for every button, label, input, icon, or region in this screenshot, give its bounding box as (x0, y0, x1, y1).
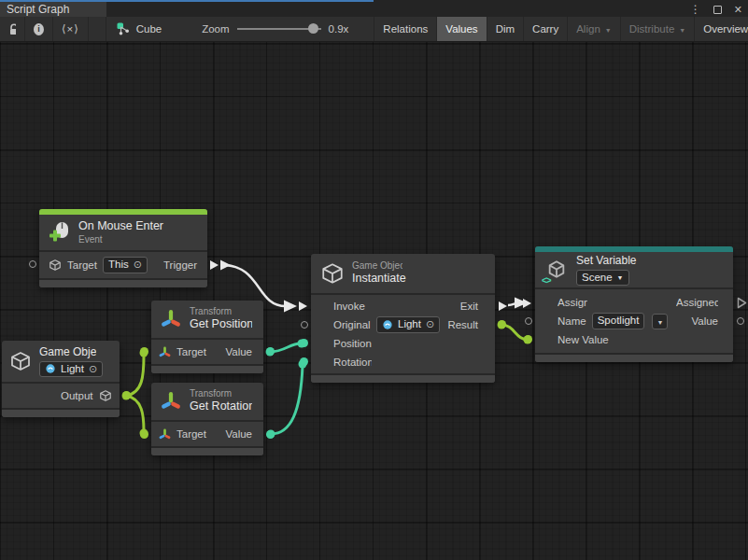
node-footer (151, 366, 263, 373)
node-footer (151, 448, 263, 455)
value-label: Value (225, 346, 252, 357)
node-title: On Mouse Enter (78, 219, 163, 234)
chevron-down-icon: ▼ (617, 274, 624, 282)
zoom-label: Zoom (202, 23, 229, 35)
object-picker-icon[interactable]: ⊙ (89, 364, 97, 374)
node-category: Transform (190, 306, 252, 318)
port-output-out[interactable] (122, 391, 131, 399)
game-object-icon (320, 261, 345, 286)
variable-scope-dropdown[interactable]: Scene ▼ (576, 270, 629, 287)
node-footer (535, 355, 733, 362)
transform-icon (161, 391, 181, 412)
align-dropdown[interactable]: Align ▼ (568, 17, 621, 41)
node-category: Transform (190, 388, 252, 400)
node-title: Set Variable (576, 254, 636, 268)
port-value-out[interactable] (737, 317, 744, 325)
result-label: Result (447, 319, 478, 330)
object-picker-icon[interactable]: ⊙ (426, 319, 434, 329)
target-object-field[interactable]: This ⊙ (103, 257, 148, 273)
target-label: Target (176, 346, 206, 357)
position-label: Position (333, 338, 372, 349)
transform-icon (159, 346, 171, 358)
tab-title: Script Graph (7, 3, 69, 16)
object-field[interactable]: Light ⊙ (39, 361, 103, 378)
original-object-field[interactable]: Light ⊙ (376, 316, 440, 333)
graph-name: Cube (136, 23, 162, 35)
values-button[interactable]: Values (437, 17, 487, 41)
chevron-down-icon: ▼ (679, 27, 685, 34)
invoke-label: Invoke (333, 301, 365, 312)
original-label: Original (333, 319, 371, 330)
light-icon (382, 319, 393, 330)
port-value-out[interactable] (266, 430, 275, 439)
relations-button[interactable]: Relations (374, 17, 437, 41)
node-title: Get Rotation (190, 399, 252, 414)
lock-button[interactable] (0, 17, 25, 41)
dim-button[interactable]: Dim (487, 17, 524, 41)
code-preview-button[interactable]: ⟨×⟩ (53, 17, 89, 41)
port-invoke-in[interactable] (299, 301, 307, 311)
code-angle-icon: <> (542, 275, 551, 286)
close-icon[interactable]: ✕ (734, 5, 742, 15)
rotation-label: Rotation (333, 357, 372, 368)
object-picker-icon[interactable]: ⊙ (134, 259, 142, 270)
node-footer (39, 280, 207, 287)
port-target-in[interactable] (29, 260, 36, 268)
port-result-out[interactable] (498, 320, 506, 329)
node-title: Get Position (190, 317, 252, 332)
port-value-out[interactable] (266, 347, 275, 356)
tab-bar: Script Graph ⋮ ✕ (0, 0, 748, 17)
port-assign-in[interactable] (523, 299, 531, 308)
info-button[interactable]: i (25, 17, 53, 41)
port-newvalue-in[interactable] (524, 335, 532, 343)
value-label: Value (225, 428, 252, 440)
port-exit-out[interactable] (499, 301, 507, 311)
graph-toolbar: i ⟨×⟩ Cube Zoom 0.9x Relations Values Di… (0, 17, 748, 42)
node-get-position[interactable]: Transform Get Position Target Value (151, 301, 263, 373)
graph-breadcrumb[interactable]: Cube (106, 17, 171, 41)
target-label: Target (67, 259, 97, 271)
window-menu-icon[interactable]: ⋮ (690, 4, 701, 15)
port-name-in[interactable] (525, 317, 532, 325)
script-graph-window: Script Graph ⋮ ✕ i ⟨×⟩ (0, 0, 748, 560)
variable-name-field[interactable]: Spotlight (592, 313, 645, 329)
variable-name-dropdown-button[interactable]: ▼ (652, 314, 668, 329)
port-target-in[interactable] (140, 430, 148, 439)
overview-button[interactable]: Overview (695, 17, 748, 41)
carry-button[interactable]: Carry (524, 17, 568, 41)
target-label: Target (176, 428, 206, 440)
maximize-icon[interactable] (713, 6, 722, 14)
port-position-in[interactable] (300, 339, 308, 347)
port-original-in[interactable] (301, 321, 308, 329)
output-label: Output (61, 390, 93, 401)
port-trigger-out[interactable] (210, 260, 219, 270)
node-title: Game Object (39, 345, 96, 359)
transform-icon (159, 428, 171, 441)
tab-script-graph[interactable]: Script Graph (0, 2, 106, 17)
node-footer (311, 375, 495, 383)
node-set-variable[interactable]: <> Set Variable Scene ▼ Assign Assigned … (535, 246, 733, 362)
zoom-value: 0.9x (329, 23, 349, 35)
port-target-in[interactable] (140, 347, 148, 356)
zoom-slider[interactable] (237, 28, 321, 30)
value-label: Value (691, 315, 718, 327)
port-assigned-out[interactable] (737, 297, 747, 311)
node-game-object-light[interactable]: Game Object Light ⊙ Output (2, 341, 120, 417)
script-graph-icon (117, 22, 130, 35)
node-instantiate[interactable]: Game Object Instantiate Invoke Exit Orig… (311, 254, 495, 383)
distribute-dropdown[interactable]: Distribute ▼ (621, 17, 696, 41)
port-rotation-in[interactable] (300, 357, 308, 366)
info-icon: i (34, 23, 44, 35)
node-on-mouse-enter[interactable]: On Mouse Enter Event Target This ⊙ Trigg… (39, 209, 207, 287)
assigned-label: Assigned (676, 297, 718, 308)
node-category: Game Object (352, 260, 402, 273)
game-object-icon (99, 389, 112, 402)
exit-label: Exit (460, 301, 478, 312)
node-title: Instantiate (352, 272, 406, 287)
assign-label: Assign (557, 297, 587, 308)
node-get-rotation[interactable]: Transform Get Rotation Target Value (151, 383, 263, 455)
chevron-down-icon: ▼ (605, 27, 612, 34)
name-label: Name (557, 315, 586, 327)
zoom-slider-handle[interactable] (308, 23, 318, 34)
trigger-label: Trigger (163, 259, 198, 271)
